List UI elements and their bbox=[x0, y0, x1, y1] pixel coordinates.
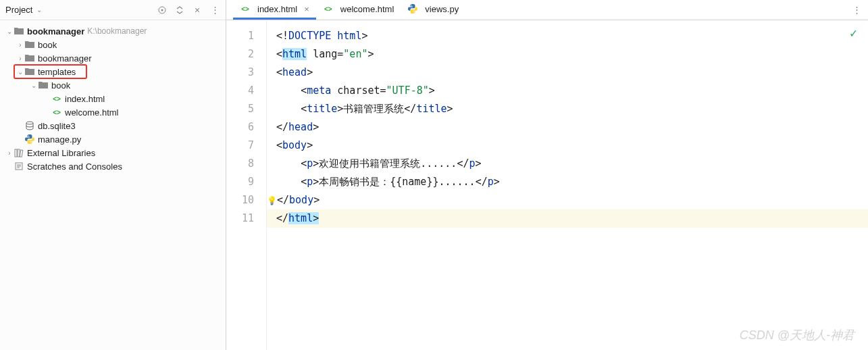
tree-item-external-libraries[interactable]: › External Libraries bbox=[0, 146, 226, 159]
html-icon: <> bbox=[51, 107, 62, 118]
svg-point-2 bbox=[26, 122, 33, 124]
chevron-right-icon: › bbox=[5, 149, 14, 157]
html-icon: <> bbox=[323, 3, 334, 14]
tabs-more-icon[interactable]: ⋮ bbox=[846, 0, 868, 20]
folder-icon bbox=[24, 66, 35, 77]
tree-item[interactable]: › book bbox=[0, 38, 226, 51]
chevron-down-icon: ⌄ bbox=[35, 6, 43, 14]
chevron-down-icon: ⌄ bbox=[5, 28, 14, 35]
chevron-down-icon: ⌄ bbox=[30, 82, 38, 89]
tree-item-root[interactable]: ⌄ bookmanager K:\bookmanager bbox=[0, 24, 226, 38]
expand-collapse-icon[interactable] bbox=[174, 5, 185, 16]
intention-bulb-icon[interactable]: 💡 bbox=[267, 196, 277, 205]
tab-welcome-html[interactable]: <> welcome.html bbox=[316, 0, 401, 20]
tab-label: views.py bbox=[425, 4, 459, 14]
svg-rect-4 bbox=[18, 149, 20, 157]
project-tree: ⌄ bookmanager K:\bookmanager › book › bo… bbox=[0, 20, 226, 350]
sidebar-header: Project ⌄ × ⋮ bbox=[0, 0, 226, 20]
tree-label: bookmanager bbox=[38, 53, 92, 64]
code-content[interactable]: <!DOCTYPE html><html lang="en"><head> <m… bbox=[267, 20, 868, 350]
python-icon bbox=[24, 134, 35, 145]
svg-rect-5 bbox=[20, 150, 23, 157]
tree-item-file[interactable]: <> welcome.html bbox=[0, 105, 226, 119]
svg-point-1 bbox=[161, 9, 163, 11]
html-icon: <> bbox=[240, 3, 251, 14]
tree-label: Scratches and Consoles bbox=[27, 161, 122, 172]
tree-label: templates bbox=[38, 67, 76, 77]
editor-tabs: <> index.html × <> welcome.html views.py… bbox=[226, 0, 868, 20]
tree-label: welcome.html bbox=[65, 107, 118, 118]
tab-index-html[interactable]: <> index.html × bbox=[233, 0, 316, 20]
tree-label: index.html bbox=[65, 94, 105, 104]
select-opened-file-icon[interactable] bbox=[157, 5, 168, 16]
close-icon[interactable]: × bbox=[304, 4, 309, 14]
editor-area: <> index.html × <> welcome.html views.py… bbox=[226, 0, 868, 350]
tree-item[interactable]: ⌄ book bbox=[0, 78, 226, 92]
no-problems-checkmark-icon[interactable]: ✓ bbox=[849, 27, 858, 40]
tree-label: db.sqlite3 bbox=[38, 121, 76, 131]
tree-label: book bbox=[51, 80, 70, 91]
hide-icon[interactable]: × bbox=[192, 5, 203, 16]
chevron-right-icon: › bbox=[16, 41, 24, 49]
tree-item-file[interactable]: db.sqlite3 bbox=[0, 119, 226, 132]
folder-icon bbox=[24, 53, 35, 64]
tree-label: book bbox=[38, 40, 57, 50]
html-icon: <> bbox=[51, 93, 62, 104]
folder-icon bbox=[38, 80, 49, 91]
python-icon bbox=[407, 3, 418, 14]
tree-label: bookmanager bbox=[27, 26, 84, 36]
chevron-down-icon: ⌄ bbox=[16, 68, 24, 76]
tree-label: External Libraries bbox=[27, 148, 95, 158]
tree-item-scratches[interactable]: Scratches and Consoles bbox=[0, 159, 226, 173]
tree-item-file[interactable]: <> index.html bbox=[0, 92, 226, 105]
tab-label: index.html bbox=[257, 4, 297, 14]
tab-views-py[interactable]: views.py bbox=[401, 0, 465, 20]
database-icon bbox=[24, 120, 35, 131]
scratches-icon bbox=[14, 161, 24, 172]
line-number-gutter: 1234567891011 bbox=[226, 20, 267, 350]
watermark: CSDN @天地人-神君 bbox=[740, 327, 854, 343]
code-editor[interactable]: 1234567891011 <!DOCTYPE html><html lang=… bbox=[226, 20, 868, 350]
tree-label: manage.py bbox=[38, 134, 81, 145]
sidebar-title-button[interactable]: Project ⌄ bbox=[5, 5, 43, 15]
chevron-right-icon: › bbox=[16, 55, 24, 62]
svg-rect-3 bbox=[15, 149, 17, 157]
tree-item-file[interactable]: manage.py bbox=[0, 132, 226, 146]
project-sidebar: Project ⌄ × ⋮ ⌄ bookmanager K:\bookmanag… bbox=[0, 0, 226, 350]
tab-label: welcome.html bbox=[340, 4, 394, 14]
tree-item-templates[interactable]: ⌄ templates bbox=[0, 65, 226, 78]
tree-item[interactable]: › bookmanager bbox=[0, 51, 226, 65]
more-icon[interactable]: ⋮ bbox=[209, 5, 220, 16]
folder-icon bbox=[14, 26, 24, 36]
folder-icon bbox=[24, 39, 35, 50]
library-icon bbox=[14, 147, 24, 158]
tree-path: K:\bookmanager bbox=[87, 26, 147, 36]
